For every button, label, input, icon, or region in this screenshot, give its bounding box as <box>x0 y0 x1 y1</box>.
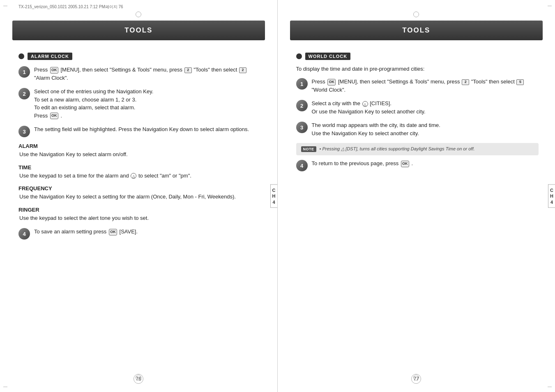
ok-btn-r1: OK <box>327 79 336 85</box>
sub-ringer-title: RINGER <box>18 207 261 213</box>
sub-time-title: TIME <box>18 164 261 171</box>
ok-btn-1: OK <box>50 67 58 74</box>
sub-frequency: FREQUENCY Use the Navigation Key to sele… <box>18 185 261 201</box>
left-header: TOOLS <box>12 21 265 40</box>
section-dot-right <box>296 53 302 59</box>
right-step-4: 4 To return to the previous page, press … <box>296 159 539 171</box>
right-step-1-text: Press OK [MENU], then select "Settings &… <box>312 78 539 94</box>
right-step-3: 3 The world map appears with the city, i… <box>296 121 539 137</box>
num-2-badge-2: 2 <box>239 67 246 73</box>
right-step-2-text: Select a city with the △ [CITIES]. Or us… <box>312 99 539 115</box>
right-step-2-num: 2 <box>296 100 308 111</box>
right-step-1-num: 1 <box>296 78 308 90</box>
step-3: 3 The setting field will be highlighted.… <box>18 125 261 137</box>
right-step-4-text: To return to the previous page, press OK… <box>312 159 539 168</box>
ok-btn-r4: OK <box>401 161 409 167</box>
right-step-3-text: The world map appears with the city, its… <box>312 121 539 137</box>
step-1-num: 1 <box>18 66 30 78</box>
right-step-2: 2 Select a city with the △ [CITIES]. Or … <box>296 99 539 115</box>
corner-mark-br: — <box>548 384 552 389</box>
step-1: 1 Press OK [MENU], then select "Settings… <box>18 66 261 82</box>
section-badge-text: ALARM CLOCK <box>28 53 72 60</box>
sub-alarm-text: Use the Navigation Key to select alarm o… <box>18 150 261 159</box>
left-content: ALARM CLOCK 1 Press OK [MENU], then sele… <box>0 40 277 254</box>
left-side-tab: C H 4 <box>270 184 277 208</box>
alarm-clock-label: ALARM CLOCK <box>18 53 72 60</box>
file-meta: TX-215_verizon_050.1021 2005.10.21 7:12 … <box>18 4 123 10</box>
sub-alarm: ALARM Use the Navigation Key to select a… <box>18 143 261 159</box>
num-5-badge-r1: 5 <box>516 79 524 85</box>
triangle-icon-r2: △ <box>362 101 368 107</box>
right-side-tab: C H 4 <box>548 184 555 208</box>
page: — — TX-215_verizon_050.1021 2005.10.21 7… <box>0 0 555 392</box>
sub-time-text: Use the keypad to set a time for the ala… <box>18 172 261 180</box>
note-text: • Pressing △ [DST], turns all cities sup… <box>320 146 475 152</box>
step-4-num: 4 <box>18 228 30 240</box>
right-step-1: 1 Press OK [MENU], then select "Settings… <box>296 78 539 94</box>
sub-ringer-text: Use the keypad to select the alert tone … <box>18 214 261 222</box>
step-2-num: 2 <box>18 88 30 99</box>
corner-mark-tr: — <box>548 3 552 8</box>
sub-ringer: RINGER Use the keypad to select the aler… <box>18 207 261 222</box>
num-2-badge-1: 2 <box>184 67 192 73</box>
right-step-3-num: 3 <box>296 122 308 133</box>
right-step-4-num: 4 <box>296 160 308 171</box>
note-label: NOTE <box>301 146 316 152</box>
left-page: — — TX-215_verizon_050.1021 2005.10.21 7… <box>0 0 278 392</box>
sub-alarm-title: ALARM <box>18 143 261 149</box>
ok-btn-2: OK <box>50 113 58 119</box>
num-2-badge-r1: 2 <box>462 79 469 85</box>
step-2: 2 Select one of the entries using the Na… <box>18 88 261 120</box>
sub-freq-text: Use the Navigation Key to select a setti… <box>18 193 261 201</box>
right-page: — — TOOLS WORLD CLOCK To display the tim… <box>278 0 555 392</box>
world-clock-intro: To display the time and date in pre-prog… <box>296 66 539 72</box>
step-1-text: Press OK [MENU], then select "Settings &… <box>34 66 261 82</box>
corner-mark-tl: — <box>3 3 7 8</box>
triangle-icon-1: △ <box>131 173 136 179</box>
world-clock-badge: WORLD CLOCK <box>305 53 351 60</box>
right-header: TOOLS <box>290 21 543 40</box>
sub-time: TIME Use the keypad to set a time for th… <box>18 164 261 180</box>
step-3-text: The setting field will be highlighted. P… <box>34 125 261 134</box>
step-3-num: 3 <box>18 126 30 137</box>
world-clock-label: WORLD CLOCK <box>296 53 351 60</box>
step-2-text: Select one of the entries using the Navi… <box>34 88 261 120</box>
ok-btn-4: OK <box>109 229 117 235</box>
right-content: WORLD CLOCK To display the time and date… <box>278 40 555 185</box>
section-dot <box>18 53 24 59</box>
sub-freq-title: FREQUENCY <box>18 185 261 191</box>
step-4-text: To save an alarm setting press OK [SAVE]… <box>34 228 261 236</box>
step-4: 4 To save an alarm setting press OK [SAV… <box>18 228 261 240</box>
note-box: NOTE • Pressing △ [DST], turns all citie… <box>296 143 539 155</box>
corner-mark-bl: — <box>3 384 7 389</box>
